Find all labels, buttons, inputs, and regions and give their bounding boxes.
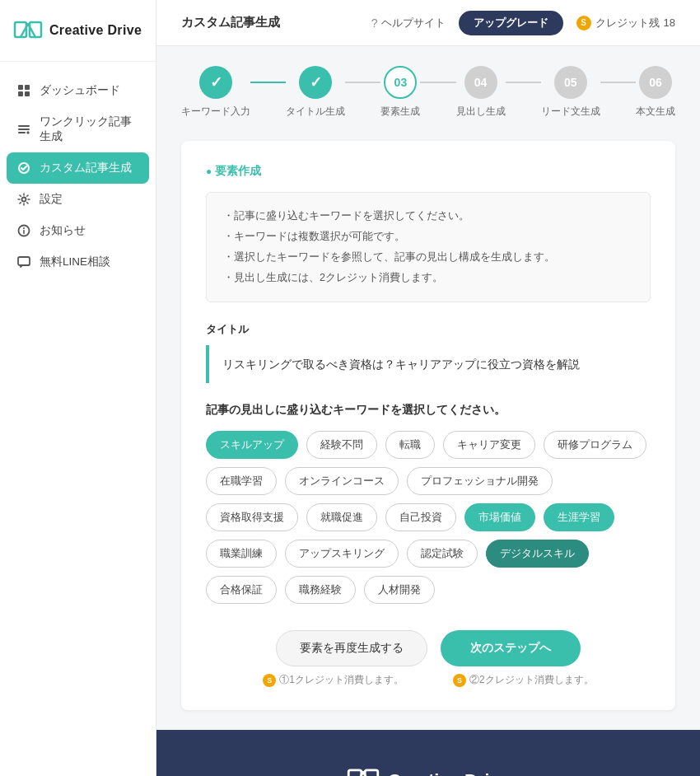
svg-point-10 <box>22 198 26 202</box>
svg-rect-16 <box>365 770 378 776</box>
keyword-tag[interactable]: 自己投資 <box>385 503 456 531</box>
upgrade-button[interactable]: アップグレード <box>459 11 563 35</box>
keyword-tag[interactable]: 職業訓練 <box>206 540 277 568</box>
svg-point-13 <box>23 227 25 229</box>
header: カスタム記事生成 ? ヘルプサイト アップグレード S クレジット残 18 <box>156 0 700 46</box>
step-4-number: 04 <box>474 76 488 89</box>
sidebar-item-custom[interactable]: カスタム記事生成 <box>7 152 149 184</box>
custom-icon <box>16 161 31 175</box>
step-2-checkmark: ✓ <box>310 73 322 91</box>
title-section: タイトル リスキリングで取るべき資格は？キャリアアップに役立つ資格を解説 <box>206 322 651 383</box>
keyword-tag[interactable]: プロフェッショナル開発 <box>407 467 553 495</box>
svg-rect-12 <box>23 230 25 234</box>
header-right: ? ヘルプサイト アップグレード S クレジット残 18 <box>371 11 675 35</box>
gear-icon <box>16 192 31 207</box>
next-step-button[interactable]: 次のステップへ <box>441 630 581 666</box>
keyword-tag[interactable]: アップスキリング <box>285 540 399 568</box>
help-icon: ? <box>371 16 378 30</box>
instruction-3: ・選択したキーワードを参照して、記事の見出し構成を生成します。 <box>223 247 633 268</box>
connector-4-5 <box>506 82 541 83</box>
svg-rect-15 <box>348 770 362 776</box>
grid-icon <box>16 83 31 98</box>
nav-menu: ダッシュボード ワンクリック記事生成 <box>0 62 156 776</box>
footer-logo-text: Creative Drive <box>388 770 510 776</box>
regenerate-credit-note: S ①1クレジット消費します。 <box>263 673 404 687</box>
footer-logo: Creative Drive <box>181 763 675 776</box>
page-content: ✓ キーワード入力 ✓ タイトル生成 03 <box>156 46 700 730</box>
keyword-section-label: 記事の見出しに盛り込むキーワードを選択してください。 <box>206 403 651 418</box>
regenerate-button[interactable]: 要素を再度生成する <box>276 630 427 666</box>
keyword-tag[interactable]: デジタルスキル <box>486 540 589 568</box>
sidebar-item-settings-label: 設定 <box>40 192 63 207</box>
step-5: 05 リード文生成 <box>541 66 600 118</box>
keyword-tag[interactable]: 就職促進 <box>306 503 377 531</box>
sidebar-item-oneclick-label: ワンクリック記事生成 <box>40 115 139 144</box>
keyword-tag[interactable]: 認定試験 <box>407 540 478 568</box>
sidebar-item-dashboard-label: ダッシュボード <box>40 83 120 98</box>
logo-icon <box>13 16 43 45</box>
step-1-label: キーワード入力 <box>181 105 250 118</box>
step-6-label: 本文生成 <box>636 105 675 118</box>
step-1-checkmark: ✓ <box>210 73 222 91</box>
section-title: 要素作成 <box>206 164 651 179</box>
step-3: 03 要素生成 <box>380 66 420 118</box>
step-5-circle: 05 <box>554 66 587 99</box>
help-link[interactable]: ? ヘルプサイト <box>371 16 446 30</box>
keyword-tag[interactable]: 資格取得支援 <box>206 503 298 531</box>
credit-icon: S <box>576 16 591 30</box>
sidebar-item-settings[interactable]: 設定 <box>0 184 156 215</box>
sidebar-item-dashboard[interactable]: ダッシュボード <box>0 75 156 106</box>
step-5-label: リード文生成 <box>541 105 600 118</box>
sidebar-item-custom-label: カスタム記事生成 <box>40 161 132 175</box>
credit-display: S クレジット残 18 <box>576 16 675 30</box>
svg-rect-2 <box>18 85 23 90</box>
step-6-number: 06 <box>649 76 662 89</box>
keyword-tag[interactable]: 人材開発 <box>364 576 435 604</box>
connector-2-3 <box>345 82 380 83</box>
sidebar-item-news-label: お知らせ <box>40 223 86 238</box>
svg-rect-6 <box>18 125 30 127</box>
footer: Creative Drive ダッシュボード ワンクリック記事生成 カスタム記事… <box>156 730 700 776</box>
chat-icon <box>16 255 31 269</box>
step-3-circle: 03 <box>384 66 417 99</box>
logo-area: Creative Drive <box>0 0 156 62</box>
step-6-circle: 06 <box>639 66 672 99</box>
keyword-tag[interactable]: オンラインコース <box>285 467 399 495</box>
main-card: 要素作成 ・記事に盛り込むキーワードを選択してください。 ・キーワードは複数選択… <box>181 141 675 710</box>
logo-text: Creative Drive <box>49 23 142 38</box>
keyword-tag[interactable]: 職務経験 <box>285 576 356 604</box>
keyword-tag[interactable]: スキルアップ <box>206 431 298 459</box>
footer-logo-icon <box>347 763 380 776</box>
step-3-label: 要素生成 <box>380 105 420 118</box>
next-credit-label: ②2クレジット消費します。 <box>469 673 594 687</box>
keyword-tag[interactable]: 在職学習 <box>206 467 277 495</box>
step-3-number: 03 <box>394 76 408 89</box>
instruction-2: ・キーワードは複数選択が可能です。 <box>223 227 633 247</box>
keyword-tag[interactable]: 合格保証 <box>206 576 277 604</box>
keyword-tag[interactable]: キャリア変更 <box>443 431 535 459</box>
keyword-tag[interactable]: 転職 <box>385 431 435 459</box>
step-4-label: 見出し生成 <box>456 105 506 118</box>
credit-circle-1: S <box>263 674 276 687</box>
title-display: リスキリングで取るべき資格は？キャリアアップに役立つ資格を解説 <box>206 345 651 383</box>
connector-5-6 <box>600 82 636 83</box>
step-2: ✓ タイトル生成 <box>286 66 345 118</box>
stepper: ✓ キーワード入力 ✓ タイトル生成 03 <box>181 66 675 118</box>
svg-rect-7 <box>18 129 30 130</box>
keyword-tag[interactable]: 生涯学習 <box>544 503 614 531</box>
info-icon <box>16 223 31 238</box>
next-credit-note: S ②2クレジット消費します。 <box>453 673 594 687</box>
edit-icon <box>16 122 31 137</box>
sidebar-item-line[interactable]: 無料LINE相談 <box>0 246 156 278</box>
svg-rect-3 <box>25 85 30 90</box>
sidebar-item-news[interactable]: お知らせ <box>0 215 156 246</box>
instruction-4: ・見出し生成には、2クレジット消費します。 <box>223 268 633 288</box>
field-label: タイトル <box>206 322 651 337</box>
action-row: 要素を再度生成する 次のステップへ S ①1クレジット消費します。 S ②2クレ… <box>206 630 651 687</box>
keyword-tag[interactable]: 研修プログラム <box>544 431 646 459</box>
sidebar-item-line-label: 無料LINE相談 <box>40 255 110 269</box>
sidebar-item-one-click[interactable]: ワンクリック記事生成 <box>0 106 156 152</box>
keyword-tag[interactable]: 経験不問 <box>306 431 377 459</box>
keyword-tag[interactable]: 市場価値 <box>464 503 535 531</box>
credit-value: 18 <box>664 16 675 29</box>
